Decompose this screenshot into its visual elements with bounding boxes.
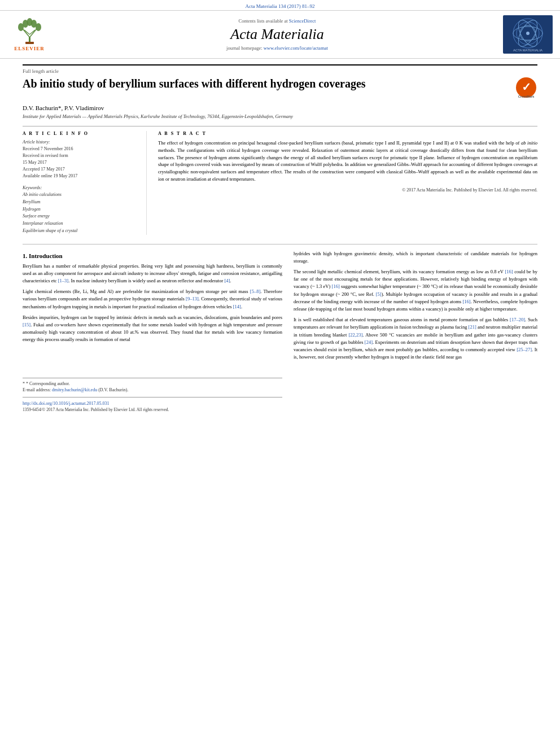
ref-22-23[interactable]: [22,23] <box>349 332 363 338</box>
revised-date: 15 May 2017 <box>23 159 139 166</box>
svg-rect-10 <box>25 42 34 44</box>
ref-25-27[interactable]: [25–27] <box>517 347 532 352</box>
keyword-5: Interplanar relaxation <box>23 220 139 228</box>
corresponding-author-note: * * Corresponding author. <box>23 381 282 386</box>
keyword-1: Ab initio calculations <box>23 191 139 199</box>
elsevier-logo-container: ELSEVIER <box>7 18 52 51</box>
contents-line: Contents lists available at ScienceDirec… <box>58 18 497 24</box>
right-para-1: hydrides with high hydrogen gravimetric … <box>294 250 537 265</box>
ref-24[interactable]: [24] <box>365 339 373 345</box>
article-info-header: A R T I C L E I N F O <box>23 131 139 136</box>
article-footer: http://dx.doi.org/10.1016/j.actamat.2017… <box>23 397 282 412</box>
contents-prefix: Contents lists available at <box>239 18 289 24</box>
article-title-text: Ab initio study of beryllium surfaces wi… <box>23 76 515 91</box>
elsevier-text: ELSEVIER <box>14 46 45 51</box>
svg-line-1 <box>23 29 30 37</box>
ref-1-3[interactable]: [1–3] <box>58 278 68 283</box>
keywords-list: Ab initio calculations Beryllium Hydroge… <box>23 191 139 235</box>
available-date: Available online 19 May 2017 <box>23 173 139 180</box>
intro-number: 1. <box>23 252 29 259</box>
acta-logo-icon: ACTA MATERIALIA <box>503 15 553 54</box>
intro-para-3: Besides impurities, hydrogen can be trap… <box>23 314 282 344</box>
email-note: (D.V. Bachurin). <box>97 387 128 392</box>
received-revised-label: Received in revised form <box>23 152 139 159</box>
ref-5[interactable]: [5] <box>376 291 382 297</box>
svg-text:ACTA MATERIALIA: ACTA MATERIALIA <box>513 49 542 52</box>
received-date: Received 7 November 2016 <box>23 146 139 152</box>
abstract-header: A B S T R A C T <box>158 131 537 136</box>
sciencedirect-link[interactable]: ScienceDirect <box>289 18 316 24</box>
section-divider <box>23 244 537 244</box>
ref-14[interactable]: [14] <box>233 304 241 309</box>
article-info-col: A R T I C L E I N F O Article history: R… <box>23 131 147 235</box>
keyword-6: Equilibrium shape of a crystal <box>23 228 139 235</box>
keyword-4: Surface energy <box>23 213 139 220</box>
right-para-3: It is well established that at elevated … <box>294 316 537 361</box>
right-column: hydrides with high hydrogen gravimetric … <box>294 250 537 412</box>
journal-homepage: journal homepage: www.elsevier.com/locat… <box>58 45 497 51</box>
ref-16a[interactable]: [16] <box>505 269 513 274</box>
ref-16b[interactable]: [16] <box>332 283 340 289</box>
crossmark-icon: ✓ CrossMark <box>515 76 537 99</box>
intro-section-title: 1. Introduction <box>23 252 282 259</box>
journal-header-center: Contents lists available at ScienceDirec… <box>58 18 497 51</box>
email-address[interactable]: dmitry.bachurin@kit.edu <box>52 387 97 392</box>
svg-point-9 <box>36 23 41 31</box>
abstract-text: The effect of hydrogen concentration on … <box>158 139 537 183</box>
ref-15[interactable]: [15] <box>23 322 30 327</box>
abstract-col: A B S T R A C T The effect of hydrogen c… <box>158 131 537 235</box>
ref-9-13[interactable]: [9–13] <box>186 296 199 302</box>
article-info-row: A R T I C L E I N F O Article history: R… <box>23 126 537 235</box>
ref-21[interactable]: [21] <box>469 324 476 330</box>
keyword-3: Hydrogen <box>23 206 139 213</box>
info-dates: Received 7 November 2016 Received in rev… <box>23 146 139 180</box>
email-line: E-mail address: dmitry.bachurin@kit.edu … <box>23 387 282 392</box>
ref-5-8[interactable]: [5–8] <box>250 289 260 294</box>
authors: D.V. Bachurin*, P.V. Vladimirov <box>23 104 537 111</box>
intro-title-text: Introduction <box>29 252 63 259</box>
keywords-label: Keywords: <box>23 185 139 190</box>
article-type: Full length article <box>23 64 537 74</box>
copyright-line: © 2017 Acta Materialia Inc. Published by… <box>158 187 537 193</box>
footnote-area: * * Corresponding author. E-mail address… <box>23 378 282 392</box>
issn-line: 1359-6454/© 2017 Acta Materialia Inc. Pu… <box>23 407 282 412</box>
email-label: E-mail address: <box>23 387 52 392</box>
homepage-link[interactable]: www.elsevier.com/locate/actamat <box>264 45 328 51</box>
right-body: hydrides with high hydrogen gravimetric … <box>294 250 537 361</box>
intro-para-1: Beryllium has a number of remarkable phy… <box>23 263 282 285</box>
corresponding-label: * Corresponding author. <box>26 381 70 386</box>
affiliation: Institute for Applied Materials — Applie… <box>23 113 537 119</box>
ref-16c[interactable]: [16] <box>462 299 470 304</box>
intro-para-2: Light chemical elements (Be, Li, Mg and … <box>23 288 282 311</box>
journal-name: Acta Materialia <box>58 26 497 43</box>
right-para-2: The second light metallic chemical eleme… <box>294 268 537 313</box>
ref-17-20[interactable]: [17–20] <box>510 317 525 322</box>
acta-logo-right: ACTA MATERIALIA <box>502 15 553 54</box>
svg-point-18 <box>526 32 530 35</box>
keyword-2: Beryllium <box>23 199 139 206</box>
author-names: D.V. Bachurin*, P.V. Vladimirov <box>23 104 104 111</box>
journal-citation: Acta Materialia 134 (2017) 81–92 <box>246 3 315 9</box>
abstract-body: The effect of hydrogen concentration on … <box>158 140 537 182</box>
journal-top-bar: Acta Materialia 134 (2017) 81–92 <box>0 0 560 10</box>
left-column: 1. Introduction Beryllium has a number o… <box>23 250 282 412</box>
elsevier-tree-icon <box>14 18 45 45</box>
main-content: 1. Introduction Beryllium has a number o… <box>23 250 537 412</box>
journal-header: ELSEVIER Contents lists available at Sci… <box>0 10 560 59</box>
svg-line-2 <box>29 29 37 37</box>
svg-text:CrossMark: CrossMark <box>518 95 535 98</box>
doi-link[interactable]: http://dx.doi.org/10.1016/j.actamat.2017… <box>23 401 282 406</box>
homepage-prefix: journal homepage: <box>226 45 264 51</box>
accepted-date: Accepted 17 May 2017 <box>23 166 139 173</box>
article-body: Full length article Ab initio study of b… <box>0 59 560 418</box>
article-title: Ab initio study of beryllium surfaces wi… <box>23 76 537 99</box>
intro-body: Beryllium has a number of remarkable phy… <box>23 263 282 344</box>
svg-text:✓: ✓ <box>522 81 531 93</box>
history-label: Article history: <box>23 139 139 145</box>
ref-4[interactable]: [4] <box>224 278 230 283</box>
